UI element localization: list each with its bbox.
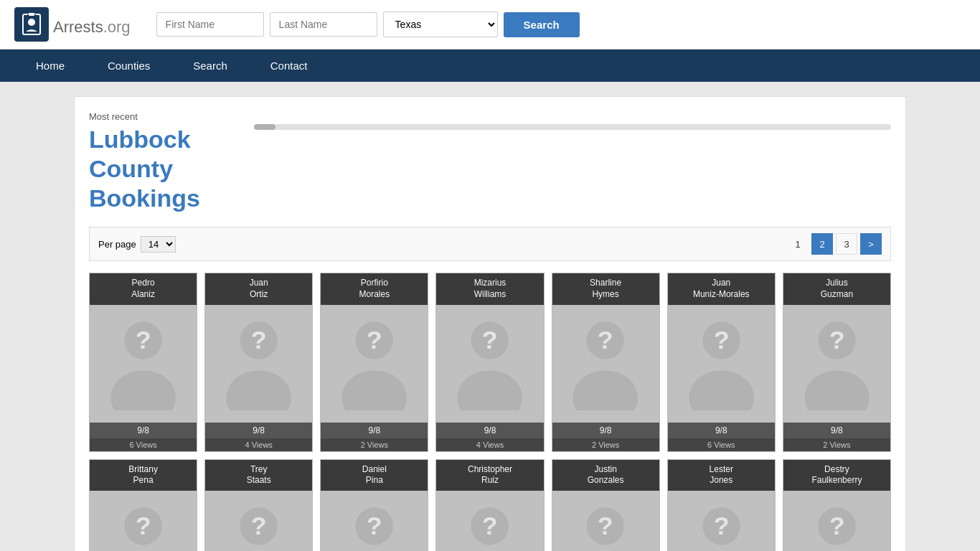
nav-home[interactable]: Home <box>14 50 86 82</box>
booking-card[interactable]: JustinGonzales ? 9/8 <box>552 459 660 551</box>
booking-photo: ? <box>668 305 775 423</box>
booking-silhouette: ? <box>668 305 775 423</box>
booking-views: 2 Views <box>783 438 890 451</box>
booking-photo: ? <box>90 491 197 551</box>
page-1-label: 1 <box>787 233 809 255</box>
search-form: Texas Alabama Alaska California Florida … <box>156 11 580 37</box>
last-name-input[interactable] <box>270 12 377 37</box>
per-page-control: Per page 14 28 42 <box>98 236 176 253</box>
logo-name: Arrests <box>53 18 103 36</box>
booking-views: 4 Views <box>205 438 312 451</box>
booking-silhouette: ? <box>436 305 543 423</box>
booking-card[interactable]: BrittanyPena ? 9/8 <box>89 459 197 551</box>
booking-photo: ? <box>552 491 659 551</box>
booking-silhouette: ? <box>783 491 890 551</box>
pagination: 1 2 3 > <box>787 233 882 255</box>
svg-point-5 <box>110 370 176 410</box>
per-page-select[interactable]: 14 28 42 <box>141 236 176 253</box>
booking-photo: ? <box>552 305 659 423</box>
booking-name: DanielPina <box>321 460 428 491</box>
per-page-label: Per page <box>98 239 136 250</box>
booking-card[interactable]: MizariusWilliams ? 9/8 4 Views <box>435 273 544 451</box>
header: Arrests.org Texas Alabama Alaska Califor… <box>0 0 980 50</box>
booking-name: JuanMuniz-Morales <box>668 273 775 304</box>
booking-name: JustinGonzales <box>552 460 659 491</box>
svg-point-8 <box>226 370 291 410</box>
booking-silhouette: ? <box>783 305 890 423</box>
booking-name: TreyStaats <box>205 460 312 491</box>
header-search-button[interactable]: Search <box>504 12 580 37</box>
svg-point-14 <box>458 370 523 410</box>
booking-silhouette: ? <box>90 305 197 423</box>
booking-views: 6 Views <box>90 438 197 451</box>
logo-icon <box>14 7 49 42</box>
svg-text:?: ? <box>367 512 382 541</box>
svg-text:?: ? <box>713 326 729 354</box>
booking-date: 9/8 <box>552 423 659 438</box>
booking-date: 9/8 <box>436 423 543 438</box>
first-name-input[interactable] <box>156 12 264 37</box>
svg-text:?: ? <box>136 326 151 354</box>
booking-card[interactable]: DanielPina ? 9/8 <box>320 459 428 551</box>
booking-views: 4 Views <box>436 438 543 451</box>
booking-silhouette: ? <box>552 305 659 423</box>
booking-photo: ? <box>668 491 775 551</box>
page-next-btn[interactable]: > <box>860 233 882 255</box>
scroll-bar-area <box>254 118 891 212</box>
booking-card[interactable]: JuliusGuzman ? 9/8 2 Views <box>783 273 891 451</box>
booking-silhouette: ? <box>90 491 197 551</box>
svg-text:?: ? <box>136 512 151 541</box>
page-3-btn[interactable]: 3 <box>836 233 857 255</box>
nav-contact[interactable]: Contact <box>249 50 329 82</box>
svg-text:?: ? <box>829 512 844 541</box>
page-2-btn[interactable]: 2 <box>811 233 833 255</box>
svg-text:?: ? <box>713 512 729 541</box>
booking-card[interactable]: ChristopherRuiz ? 9/8 <box>435 459 544 551</box>
svg-point-17 <box>573 370 639 410</box>
main-nav: Home Counties Search Contact <box>0 50 980 82</box>
svg-text:?: ? <box>367 326 382 354</box>
booking-name: JuliusGuzman <box>783 273 890 304</box>
svg-text:?: ? <box>829 326 844 354</box>
scroll-thumb[interactable] <box>254 124 275 130</box>
svg-text:?: ? <box>251 326 267 354</box>
booking-card[interactable]: JuanMuniz-Morales ? 9/8 6 Views <box>667 273 776 451</box>
title-block: Most recent LubbockCountyBookings <box>89 111 232 212</box>
main-content: Most recent LubbockCountyBookings Per pa… <box>60 96 920 551</box>
booking-name: BrittanyPena <box>90 460 197 491</box>
booking-card[interactable]: PorfirioMorales ? 9/8 2 Views <box>320 273 428 451</box>
booking-date: 9/8 <box>668 423 775 438</box>
booking-card[interactable]: LesterJones ? 9/8 <box>667 459 776 551</box>
booking-name: LesterJones <box>668 460 775 491</box>
page-title-section: Most recent LubbockCountyBookings <box>89 111 891 212</box>
scroll-track[interactable] <box>254 124 891 130</box>
booking-name: SharlineHymes <box>552 273 659 304</box>
content-area: Most recent LubbockCountyBookings Per pa… <box>74 96 906 551</box>
booking-silhouette: ? <box>436 491 543 551</box>
booking-name: JuanOrtiz <box>205 273 312 304</box>
booking-date: 9/8 <box>783 423 890 438</box>
booking-date: 9/8 <box>90 423 197 438</box>
booking-card[interactable]: TreyStaats ? 9/8 <box>204 459 313 551</box>
svg-text:?: ? <box>482 326 498 354</box>
svg-point-1 <box>28 19 35 26</box>
county-title: LubbockCountyBookings <box>89 125 232 212</box>
booking-card[interactable]: JuanOrtiz ? 9/8 4 Views <box>204 273 313 451</box>
booking-photo: ? <box>321 491 428 551</box>
booking-silhouette: ? <box>321 491 428 551</box>
logo[interactable]: Arrests.org <box>14 7 131 42</box>
state-select[interactable]: Texas Alabama Alaska California Florida <box>383 11 498 37</box>
booking-name: PorfirioMorales <box>321 273 428 304</box>
booking-card[interactable]: PedroAlaniz ? 9/8 6 Views <box>89 273 197 451</box>
booking-name: DestryFaulkenberry <box>783 460 890 491</box>
svg-rect-3 <box>29 13 34 16</box>
booking-card[interactable]: DestryFaulkenberry ? 9/8 <box>783 459 891 551</box>
booking-silhouette: ? <box>552 491 659 551</box>
booking-card[interactable]: SharlineHymes ? 9/8 2 Views <box>552 273 660 451</box>
booking-name: MizariusWilliams <box>436 273 543 304</box>
booking-views: 2 Views <box>552 438 659 451</box>
booking-name: PedroAlaniz <box>90 273 197 304</box>
nav-counties[interactable]: Counties <box>86 50 171 82</box>
nav-search[interactable]: Search <box>171 50 249 82</box>
booking-photo: ? <box>205 491 312 551</box>
